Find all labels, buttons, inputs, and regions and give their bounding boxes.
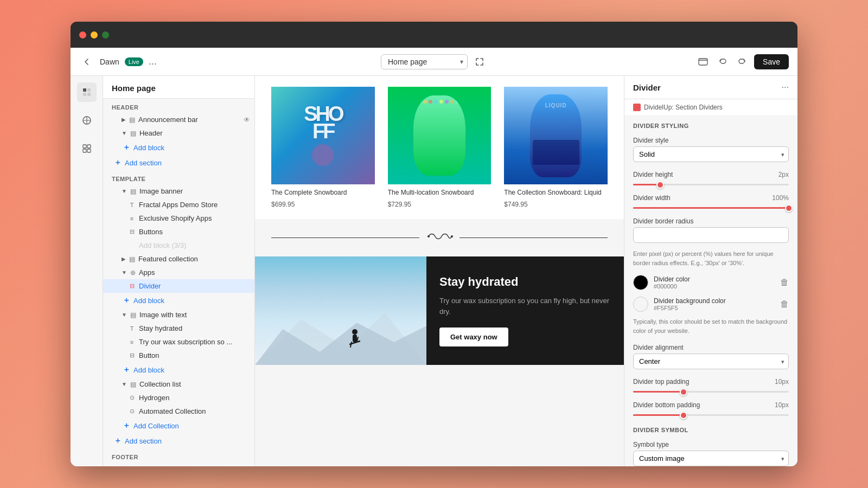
divider-color-delete-icon[interactable]: 🗑 xyxy=(780,278,789,287)
product-price-1: $699.95 xyxy=(271,201,375,208)
image-banner-icon: ▤ xyxy=(130,188,136,195)
add-block-img-text-button[interactable]: ＋ Add block xyxy=(103,362,254,377)
product-price-2: $729.95 xyxy=(388,201,492,208)
divider-bottom-padding-label: Divider bottom padding xyxy=(633,401,700,409)
eye-icon[interactable]: 👁 xyxy=(244,116,250,124)
sidebar-item-wax-subscription[interactable]: ≡ Try our wax subscription so ... xyxy=(103,335,254,349)
divider-top-padding-label: Divider top padding xyxy=(633,378,689,386)
store-name: Dawn xyxy=(100,57,119,66)
undo-button[interactable] xyxy=(715,54,730,69)
divider-height-value: 2px xyxy=(778,171,789,178)
add-block-apps-button[interactable]: ＋ Add block xyxy=(103,293,254,308)
svg-rect-6 xyxy=(83,145,86,148)
product-card-2[interactable]: The Multi-location Snowboard $729.95 xyxy=(388,87,492,208)
divider-label: Divider xyxy=(139,282,250,290)
maximize-button[interactable] xyxy=(102,31,109,38)
add-section-header-button[interactable]: ＋ Add section xyxy=(103,155,254,170)
featured-collection-label: Featured collection xyxy=(138,255,250,263)
exclusive-shopify-label: Exclusive Shopify Apps xyxy=(139,214,250,222)
product-card-1[interactable]: SHO FF The Complete Snowboard $699.95 xyxy=(271,87,375,208)
divider-color-swatch[interactable] xyxy=(633,275,648,290)
divider-line-left xyxy=(271,237,419,238)
store-menu-button[interactable]: ... xyxy=(149,56,157,67)
add-collection-button[interactable]: ＋ Add Collection xyxy=(103,418,254,433)
preview-icon[interactable] xyxy=(695,54,711,69)
divider-top-padding-thumb[interactable] xyxy=(680,388,687,396)
divider-border-radius-input[interactable] xyxy=(633,227,789,243)
announcement-bar-icon: ▤ xyxy=(129,116,135,124)
divider-alignment-label: Divider alignment xyxy=(633,344,789,351)
toolbar-left: Dawn Live ... xyxy=(79,54,374,69)
rp-menu-button[interactable]: ··· xyxy=(782,82,789,92)
product-price-3: $749.95 xyxy=(504,201,608,208)
redo-button[interactable] xyxy=(735,54,750,69)
image-with-text-image xyxy=(255,256,426,365)
divider-style-wrapper: Solid Dashed Dotted xyxy=(633,146,789,162)
page-selector[interactable]: Home page About Contact xyxy=(381,54,468,69)
add-block-apps-label: Add block xyxy=(133,297,164,305)
divider-bg-color-swatch[interactable] xyxy=(633,297,648,312)
add-section-footer-button[interactable]: ＋ Add section xyxy=(103,463,254,466)
mountain-svg xyxy=(255,300,426,365)
sidebar-item-announcement-bar[interactable]: ▶ ▤ Announcement bar 👁 xyxy=(103,113,254,126)
sidebar-icon-sections[interactable] xyxy=(77,82,97,102)
divider-bottom-padding-value: 10px xyxy=(775,401,789,409)
sidebar-item-stay-hydrated[interactable]: T Stay hydrated xyxy=(103,322,254,335)
main-area: Home page HEADER ▶ ▤ Announcement bar 👁 … xyxy=(71,76,797,466)
img-text-button[interactable]: Get waxy now xyxy=(439,328,508,346)
divider-bottom-padding-thumb[interactable] xyxy=(680,412,687,419)
add-section-template-label: Add section xyxy=(125,437,162,445)
divider-style-select[interactable]: Solid Dashed Dotted xyxy=(633,146,789,162)
sidebar-item-buttons[interactable]: ⊟ Buttons xyxy=(103,225,254,239)
divider-width-slider-container xyxy=(624,205,797,213)
svg-marker-13 xyxy=(255,323,426,365)
add-block-img-text-label: Add block xyxy=(133,366,164,374)
image-with-text-icon: ▤ xyxy=(130,311,136,319)
sidebar-item-divider[interactable]: ⊟ Divider xyxy=(103,279,254,293)
sidebar-item-automated-collection[interactable]: ⊙ Automated Collection xyxy=(103,404,254,418)
product-name-1: The Complete Snowboard xyxy=(271,189,375,196)
hydrogen-label: Hydrogen xyxy=(139,394,250,402)
divider-height-track xyxy=(633,184,789,185)
divider-top-padding-value: 10px xyxy=(775,378,789,386)
sidebar-item-image-with-text[interactable]: ▼ ▤ Image with text xyxy=(103,308,254,322)
add-block-disabled-label: Add block (3/3) xyxy=(139,241,250,249)
rp-divider-bg-color-info: Divider background color #F5F5F5 xyxy=(654,297,775,311)
divider-bottom-padding-fill xyxy=(633,414,680,416)
add-block-header-button[interactable]: ＋ Add block xyxy=(103,140,254,155)
product-image-1: SHO FF xyxy=(271,87,375,184)
divider-bg-color-delete-icon[interactable]: 🗑 xyxy=(780,299,789,309)
rp-app-tag: DividelUp: Section Dividers xyxy=(624,99,797,116)
product-card-3[interactable]: LIQUID The Collection Snowboard: Liquid … xyxy=(504,87,608,208)
minimize-button[interactable] xyxy=(91,31,98,38)
divider-alignment-wrapper: Left Center Right xyxy=(633,354,789,369)
sidebar-icon-apps[interactable] xyxy=(77,139,97,158)
divider-height-thumb[interactable] xyxy=(656,181,664,189)
divider-width-thumb[interactable] xyxy=(785,204,793,212)
sidebar-item-image-banner[interactable]: ▼ ▤ Image banner xyxy=(103,184,254,198)
sidebar-item-exclusive-shopify[interactable]: ≡ Exclusive Shopify Apps xyxy=(103,211,254,225)
sidebar-item-featured-collection[interactable]: ▶ ▤ Featured collection xyxy=(103,252,254,266)
sidebar-icon-theme[interactable] xyxy=(77,111,97,130)
expand-icon[interactable] xyxy=(472,54,487,69)
save-button[interactable]: Save xyxy=(754,54,789,69)
divider-height-label: Divider height xyxy=(633,171,673,178)
sidebar-item-fractal-apps[interactable]: T Fractal Apps Demo Store xyxy=(103,198,254,211)
collection-list-label: Collection list xyxy=(139,380,250,388)
toolbar-center: Home page About Contact xyxy=(381,54,487,69)
sidebar-item-header[interactable]: ▼ ▤ Header xyxy=(103,126,254,140)
sidebar-item-button[interactable]: ⊟ Button xyxy=(103,349,254,362)
sidebar-item-hydrogen[interactable]: ⊙ Hydrogen xyxy=(103,391,254,404)
sidebar-item-collection-list[interactable]: ▼ ▤ Collection list xyxy=(103,377,254,391)
back-icon[interactable] xyxy=(79,54,94,69)
divider-alignment-select[interactable]: Left Center Right xyxy=(633,354,789,369)
symbol-type-select[interactable]: None Default Custom image xyxy=(633,451,789,466)
add-section-footer-label: Add section xyxy=(125,466,162,467)
svg-point-14 xyxy=(352,329,358,335)
rp-divider-bg-color-row: Divider background color #F5F5F5 🗑 xyxy=(624,293,797,315)
svg-rect-8 xyxy=(83,149,86,152)
close-button[interactable] xyxy=(79,31,86,38)
add-section-template-button[interactable]: ＋ Add section xyxy=(103,433,254,448)
sidebar-item-add-block-disabled: Add block (3/3) xyxy=(103,239,254,252)
sidebar-item-apps[interactable]: ▼ ⊛ Apps xyxy=(103,266,254,279)
